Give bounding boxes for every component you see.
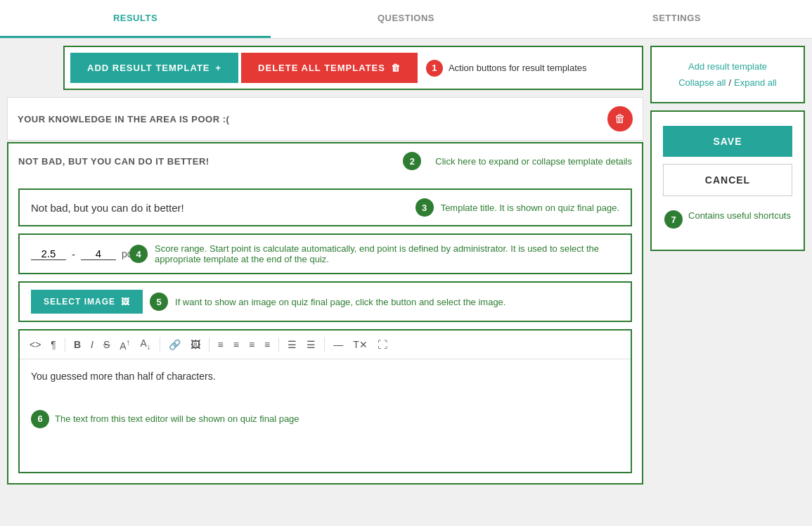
score-hint: Score range. Start point is calculate au…	[155, 243, 619, 264]
text-editor: <> ¶ B I S A↑ A↓ 🔗 🖼 ≡	[18, 329, 632, 473]
add-result-template-link[interactable]: Add result template	[688, 61, 767, 72]
score-start-input[interactable]	[31, 248, 66, 260]
shortcuts-links: Collapse all / Expand all	[678, 77, 777, 88]
badge-4: 4	[129, 245, 148, 263]
badge-5: 5	[150, 293, 168, 311]
delete-templates-label: DELETE ALL TEMPLATES	[258, 63, 385, 73]
badge-1: 1	[426, 60, 443, 77]
toolbar-align-left[interactable]: ≡	[214, 336, 228, 353]
toolbar-hr[interactable]: —	[329, 336, 347, 353]
save-button[interactable]: SAVE	[663, 126, 792, 157]
left-panel: ADD RESULT TEMPLATE + DELETE ALL TEMPLAT…	[7, 46, 643, 492]
action-hint-text: Action buttons for result templates	[449, 63, 587, 73]
score-dash: -	[72, 248, 75, 260]
toolbar-superscript[interactable]: A↑	[115, 335, 134, 354]
delete-all-templates-button[interactable]: DELETE ALL TEMPLATES 🗑	[241, 53, 418, 83]
delete-collapsed-template-button[interactable]: 🗑	[607, 106, 633, 132]
select-image-button[interactable]: SELECT IMAGE 🖼	[31, 290, 143, 314]
right-panel: Add result template Collapse all / Expan…	[650, 46, 805, 492]
toolbar-link[interactable]: 🔗	[165, 336, 185, 353]
toolbar-unordered-list[interactable]: ☰	[283, 336, 301, 353]
expand-collapse-hint: Click here to expand or collapse templat…	[435, 156, 632, 167]
shortcuts-hint-box: 7 Contains useful shortcuts	[664, 203, 791, 236]
action-buttons-bar: ADD RESULT TEMPLATE + DELETE ALL TEMPLAT…	[63, 46, 643, 90]
expanded-template-header[interactable]: NOT BAD, BUT YOU CAN DO IT BETTER! 2 Cli…	[8, 143, 642, 179]
template-title-input[interactable]	[31, 202, 408, 214]
tabs-container: RESULTS QUESTIONS SETTINGS	[0, 0, 812, 39]
toolbar-paragraph[interactable]: ¶	[46, 336, 60, 353]
toolbar-align-right[interactable]: ≡	[245, 336, 259, 353]
badge-6: 6	[31, 410, 49, 428]
toolbar-ordered-list[interactable]: ☰	[302, 336, 320, 353]
toolbar-align-justify[interactable]: ≡	[260, 336, 274, 353]
collapse-all-link[interactable]: Collapse all	[678, 77, 726, 88]
toolbar-clear[interactable]: T✕	[349, 336, 372, 353]
badge-7: 7	[664, 210, 683, 229]
badge-2: 2	[403, 152, 421, 170]
tab-questions[interactable]: QUESTIONS	[271, 0, 541, 38]
action-label-container: 1 Action buttons for result templates	[426, 60, 587, 77]
title-field-row: 3 Template title. It is shown on quiz fi…	[18, 188, 632, 226]
title-hint: Template title. It is shown on quiz fina…	[441, 203, 619, 213]
toolbar-subscript[interactable]: A↓	[136, 335, 155, 354]
select-image-label: SELECT IMAGE	[44, 297, 115, 307]
editor-badge-row: 6 The text from this text editor will be…	[31, 410, 619, 428]
toolbar-code[interactable]: <>	[25, 336, 45, 353]
cancel-button[interactable]: CANCEL	[663, 164, 792, 196]
expanded-template: NOT BAD, BUT YOU CAN DO IT BETTER! 2 Cli…	[7, 142, 643, 485]
badge-3: 3	[415, 198, 434, 217]
expand-all-link[interactable]: Expand all	[734, 77, 777, 88]
score-inputs: - points	[31, 248, 122, 260]
trash-icon: 🗑	[391, 63, 401, 73]
editor-content-text: You guessed more than half of characters…	[31, 371, 619, 382]
save-cancel-box: SAVE CANCEL 7 Contains useful shortcuts	[650, 110, 805, 251]
toolbar-image[interactable]: 🖼	[186, 336, 205, 353]
image-icon: 🖼	[121, 297, 130, 307]
toolbar-fullscreen[interactable]: ⛶	[373, 336, 392, 353]
editor-body[interactable]: You guessed more than half of characters…	[20, 359, 631, 472]
collapsed-template-row: YOUR KNOWLEDGE IN THE AREA IS POOR :( 🗑	[7, 97, 643, 141]
toolbar-bold[interactable]: B	[70, 336, 85, 353]
content-area: ADD RESULT TEMPLATE + DELETE ALL TEMPLAT…	[0, 39, 812, 499]
expanded-header-title: NOT BAD, BUT YOU CAN DO IT BETTER!	[18, 156, 403, 167]
score-field-row: - points 4 Score range. Start point is c…	[18, 233, 632, 274]
toolbar-align-center[interactable]: ≡	[229, 336, 243, 353]
plus-icon: +	[216, 63, 222, 73]
image-field-row: SELECT IMAGE 🖼 5 If want to show an imag…	[18, 281, 632, 322]
collapsed-template-title: YOUR KNOWLEDGE IN THE AREA IS POOR :(	[18, 114, 607, 124]
tab-settings[interactable]: SETTINGS	[541, 0, 812, 38]
editor-hint: The text from this text editor will be s…	[55, 413, 299, 424]
add-result-template-button[interactable]: ADD RESULT TEMPLATE +	[70, 53, 238, 83]
template-details: 3 Template title. It is shown on quiz fi…	[8, 179, 642, 483]
toolbar-italic[interactable]: I	[86, 336, 98, 353]
tab-results[interactable]: RESULTS	[0, 0, 271, 38]
editor-toolbar: <> ¶ B I S A↑ A↓ 🔗 🖼 ≡	[20, 331, 631, 359]
shortcuts-hint-text: Contains useful shortcuts	[688, 210, 791, 221]
shortcuts-links-box: Add result template Collapse all / Expan…	[650, 46, 805, 103]
image-hint: If want to show an image on quiz final p…	[175, 297, 505, 307]
link-slash: /	[728, 77, 731, 88]
score-end-input[interactable]	[81, 248, 116, 260]
delete-icon: 🗑	[614, 113, 626, 125]
toolbar-strike[interactable]: S	[99, 336, 114, 353]
add-template-label: ADD RESULT TEMPLATE	[87, 63, 210, 73]
